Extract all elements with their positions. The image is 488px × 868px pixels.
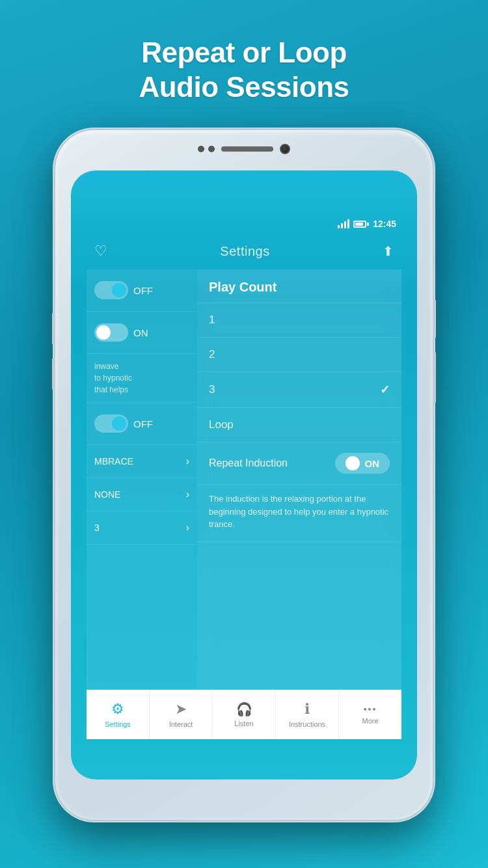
toggle-label-3: OFF xyxy=(133,418,153,429)
on-text: ON xyxy=(365,458,380,469)
content-area: OFF ON inwave to hypnotic th xyxy=(87,269,401,727)
toggle-label-1: OFF xyxy=(133,285,153,296)
toggle-off-row-2: OFF xyxy=(87,403,197,445)
volume-up-button xyxy=(52,312,55,345)
app-header: ♡ Settings ⬆ xyxy=(87,234,401,268)
play-count-header: Play Count xyxy=(197,269,401,303)
settings-icon: ⚙ xyxy=(111,701,124,718)
play-count-title: Play Count xyxy=(209,280,277,294)
mbrace-nav[interactable]: MBRACE › xyxy=(87,445,197,478)
battery-icon xyxy=(353,221,369,228)
nav-settings[interactable]: ⚙ Settings xyxy=(87,690,150,739)
toggle-off-row: OFF xyxy=(87,269,197,312)
toggle-on-row: ON xyxy=(87,312,197,354)
toggle-track xyxy=(94,281,128,299)
screen-title: Settings xyxy=(220,244,269,259)
camera-dot xyxy=(208,146,215,152)
induction-description: The induction is the relaxing portion at… xyxy=(197,485,401,542)
play-count-item-1[interactable]: 1 xyxy=(197,303,401,338)
play-count-item-2[interactable]: 2 xyxy=(197,338,401,372)
page-title: Repeat or Loop Audio Sessions xyxy=(0,0,488,105)
count-nav[interactable]: 3 › xyxy=(87,511,197,545)
right-panel: Play Count 1 2 3 ✓ Loop Repeat xyxy=(197,269,401,727)
listen-icon: 🎧 xyxy=(236,701,252,717)
toggle-switch-2[interactable]: ON xyxy=(94,323,148,342)
nav-label-settings: Settings xyxy=(105,720,131,728)
nav-listen[interactable]: 🎧 Listen xyxy=(213,690,276,739)
chevron-icon: › xyxy=(186,489,189,500)
more-icon: ••• xyxy=(364,704,377,714)
play-count-item-3[interactable]: 3 ✓ xyxy=(197,372,401,408)
count-label: 3 xyxy=(94,522,100,533)
interact-icon: ➤ xyxy=(175,701,187,718)
play-count-loop[interactable]: Loop xyxy=(197,408,401,442)
chevron-icon: › xyxy=(186,455,189,467)
nav-label-instructions: Instructions xyxy=(289,720,325,728)
left-description: inwave to hypnotic that helps xyxy=(87,354,197,403)
power-button xyxy=(433,299,436,338)
mbrace-label: MBRACE xyxy=(94,456,133,467)
toggle-label-2: ON xyxy=(133,327,148,338)
chevron-icon: › xyxy=(186,522,189,534)
play-count-value: 1 xyxy=(209,314,215,327)
none-label: NONE xyxy=(94,489,120,500)
repeat-induction-row[interactable]: Repeat Induction ON xyxy=(197,442,401,485)
none-nav[interactable]: NONE › xyxy=(87,478,197,511)
camera-dots xyxy=(198,146,215,152)
repeat-induction-label: Repeat Induction xyxy=(209,457,288,469)
status-bar: 12:45 xyxy=(87,216,401,232)
camera-lens xyxy=(280,144,290,154)
play-count-value: 2 xyxy=(209,348,215,361)
toggle-track-3 xyxy=(94,414,128,433)
repeat-toggle[interactable]: ON xyxy=(335,453,390,474)
nav-interact[interactable]: ➤ Interact xyxy=(150,690,213,739)
speaker-grille xyxy=(221,146,273,152)
volume-button xyxy=(433,351,436,403)
phone-shell: 12:45 ♡ Settings ⬆ OFF xyxy=(55,130,433,820)
left-panel: OFF ON inwave to hypnotic th xyxy=(87,269,197,727)
nav-more[interactable]: ••• More xyxy=(339,690,401,739)
selected-checkmark: ✓ xyxy=(380,383,390,397)
play-count-value: 3 xyxy=(209,383,215,396)
toggle-switch-1[interactable]: OFF xyxy=(94,281,153,299)
phone-top-bar xyxy=(172,142,316,156)
toggle-track-2 xyxy=(94,323,128,342)
volume-down-button xyxy=(52,358,55,390)
nav-instructions[interactable]: ℹ Instructions xyxy=(276,690,339,739)
favorite-icon[interactable]: ♡ xyxy=(94,243,107,260)
nav-label-interact: Interact xyxy=(169,720,193,728)
description-text: The induction is the relaxing portion at… xyxy=(209,494,388,529)
nav-label-more: More xyxy=(362,717,378,725)
instructions-icon: ℹ xyxy=(305,701,310,718)
signal-icon xyxy=(338,219,349,228)
camera-dot xyxy=(198,146,204,152)
toggle-switch-3[interactable]: OFF xyxy=(94,414,153,433)
share-icon[interactable]: ⬆ xyxy=(383,243,394,259)
bottom-nav: ⚙ Settings ➤ Interact 🎧 Listen ℹ Instruc… xyxy=(87,690,401,739)
toggle-knob-on xyxy=(346,456,360,470)
loop-value: Loop xyxy=(209,418,234,431)
status-time: 12:45 xyxy=(373,219,396,229)
phone-screen: 12:45 ♡ Settings ⬆ OFF xyxy=(71,170,417,780)
nav-label-listen: Listen xyxy=(234,720,253,727)
